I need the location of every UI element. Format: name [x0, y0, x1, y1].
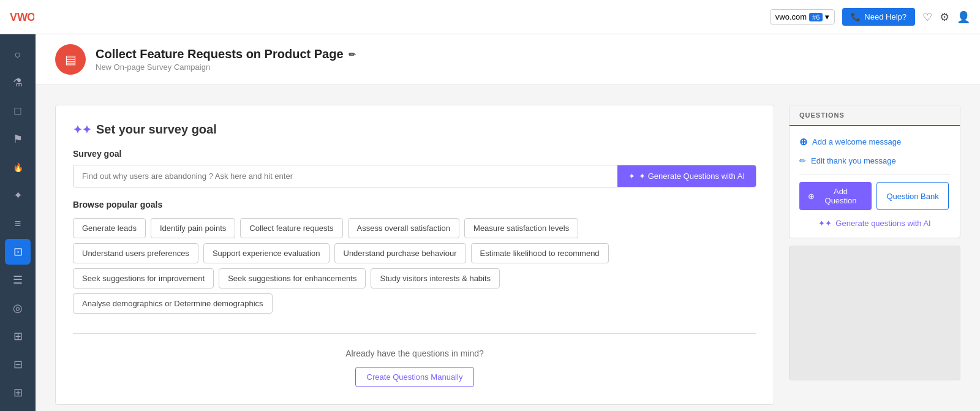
- sidebar-item-data[interactable]: ⊟: [5, 352, 31, 377]
- right-panel-gray-area: [789, 246, 960, 380]
- sparkle-panel-icon: ✦✦: [818, 219, 832, 228]
- goals-grid: Generate leads Identify pain points Coll…: [73, 218, 756, 314]
- sidebar-item-code[interactable]: ✦: [5, 183, 31, 208]
- svg-text:O: O: [27, 11, 34, 23]
- goal-tag-analyse-demographics[interactable]: Analyse demographics or Determine demogr…: [73, 293, 273, 314]
- flag-icon: ⚑: [13, 132, 23, 146]
- campaign-icon: ▤: [55, 44, 86, 75]
- goal-tag-likelihood-recommend[interactable]: Estimate likelihood to recommend: [471, 243, 609, 263]
- survey-goal-label: Survey goal: [73, 149, 756, 159]
- goal-tag-generate-leads[interactable]: Generate leads: [73, 218, 146, 238]
- goal-input-row: ✦ ✦ Generate Questions with AI: [73, 165, 756, 187]
- topbar: V W O vwo.com #6 ▾ 📞 Need Help? ♡ ⚙ 👤: [0, 0, 980, 34]
- topbar-right: vwo.com #6 ▾ 📞 Need Help? ♡ ⚙ 👤: [770, 8, 970, 26]
- goal-input[interactable]: [74, 165, 617, 187]
- plus-icon: ⊕: [808, 192, 815, 201]
- goal-tag-seek-improvement[interactable]: Seek suggestions for improvement: [73, 268, 214, 288]
- goal-tag-study-visitors[interactable]: Study visitors interests & habits: [371, 268, 500, 288]
- section-title: ✦✦ Set your survey goal: [73, 123, 756, 137]
- bottom-section-text: Already have the questions in mind?: [73, 349, 756, 358]
- goal-tag-user-preferences[interactable]: Understand users preferences: [73, 243, 198, 263]
- activity-icon[interactable]: ♡: [922, 10, 932, 24]
- sparkle-btn-icon: ✦: [628, 172, 635, 181]
- survey-setup: ✦✦ Set your survey goal Survey goal ✦ ✦ …: [55, 105, 774, 405]
- sidebar-item-analytics[interactable]: ○: [5, 42, 31, 67]
- sparkle-icon: ✦✦: [73, 123, 91, 137]
- questions-panel: QUESTIONS ⊕ Add a welcome message ✏ Edit…: [789, 105, 960, 238]
- campaigns-icon: ☰: [13, 273, 23, 287]
- sidebar-item-campaigns[interactable]: ☰: [5, 267, 31, 293]
- target-icon: ◎: [13, 301, 23, 315]
- main-content: ✦✦ Set your survey goal Survey goal ✦ ✦ …: [36, 85, 980, 411]
- plus-circle-icon: ⊕: [799, 136, 807, 148]
- vwo-logo: V W O: [10, 10, 34, 25]
- phone-icon: 📞: [851, 12, 861, 21]
- survey-goal-section: ✦✦ Set your survey goal Survey goal ✦ ✦ …: [55, 105, 774, 405]
- create-manually-button[interactable]: Create Questions Manually: [355, 367, 475, 387]
- generate-ai-button[interactable]: ✦ ✦ Generate Questions with AI: [617, 165, 756, 187]
- bottom-section: Already have the questions in mind? Crea…: [73, 333, 756, 387]
- sidebar-item-flag[interactable]: ⚑: [5, 126, 31, 152]
- settings-icon[interactable]: ⚙: [940, 10, 949, 24]
- edit-title-icon[interactable]: ✏: [349, 50, 356, 59]
- data-icon: ⊟: [13, 358, 23, 371]
- need-help-button[interactable]: 📞 Need Help?: [842, 8, 915, 26]
- goals-row-2: Understand users preferences Support exp…: [73, 243, 756, 263]
- sidebar-item-survey[interactable]: ⊡: [5, 239, 31, 265]
- fire-icon: 🔥: [13, 162, 23, 172]
- sidebar-item-testing[interactable]: □: [5, 98, 31, 124]
- page-header: ▤ Collect Feature Requests on Product Pa…: [36, 34, 980, 85]
- questions-panel-header: QUESTIONS: [790, 105, 960, 126]
- generate-questions-link[interactable]: ✦✦ Generate questions with AI: [799, 219, 950, 228]
- svg-text:W: W: [17, 11, 28, 23]
- goals-row-1: Generate leads Identify pain points Coll…: [73, 218, 756, 238]
- site-selector[interactable]: vwo.com #6 ▾: [770, 9, 835, 25]
- goal-tag-collect-feature[interactable]: Collect feature requests: [240, 218, 342, 238]
- goal-tag-assess-satisfaction[interactable]: Assess overall satisfaction: [348, 218, 459, 238]
- site-badge: #6: [809, 13, 823, 21]
- content-area: ▤ Collect Feature Requests on Product Pa…: [36, 34, 980, 411]
- reports-icon: ⊞: [13, 386, 23, 399]
- goal-tag-identify-pain[interactable]: Identify pain points: [151, 218, 235, 238]
- svg-text:V: V: [10, 11, 17, 23]
- edit-thankyou-link[interactable]: ✏ Edit thank you message: [799, 156, 950, 165]
- sidebar-item-fire[interactable]: 🔥: [5, 154, 31, 180]
- main-layout: ○ ⚗ □ ⚑ 🔥 ✦ ≡ ⊡ ☰ ◎ ⊞ ⊟: [0, 34, 980, 411]
- testing-icon: □: [15, 105, 21, 118]
- sidebar-item-reports[interactable]: ⊞: [5, 380, 31, 405]
- question-bank-button[interactable]: Question Bank: [876, 182, 949, 210]
- feedback-icon: ⊞: [13, 330, 23, 343]
- sidebar-item-target[interactable]: ◎: [5, 295, 31, 321]
- goals-row-4: Analyse demographics or Determine demogr…: [73, 293, 756, 314]
- labs-icon: ⚗: [13, 76, 23, 89]
- popular-goals-label: Browse popular goals: [73, 200, 756, 209]
- goal-tag-measure-satisfaction[interactable]: Measure satisfaction levels: [464, 218, 578, 238]
- topbar-left: V W O: [10, 10, 34, 25]
- goal-tag-purchase-behaviour[interactable]: Understand purchase behaviour: [334, 243, 466, 263]
- goals-row-3: Seek suggestions for improvement Seek su…: [73, 268, 756, 288]
- survey-icon: ⊡: [13, 245, 23, 258]
- sidebar-item-labs[interactable]: ⚗: [5, 70, 31, 96]
- btn-row: ⊕ Add Question Question Bank: [799, 182, 950, 210]
- survey-campaign-icon: ▤: [65, 52, 77, 67]
- generate-ai-label: ✦ Generate Questions with AI: [639, 172, 745, 181]
- user-icon[interactable]: 👤: [957, 10, 970, 24]
- list-icon: ≡: [15, 217, 21, 230]
- goal-tag-support-experience[interactable]: Support experience evaluation: [203, 243, 330, 263]
- pencil-icon: ✏: [799, 156, 806, 165]
- right-panel: QUESTIONS ⊕ Add a welcome message ✏ Edit…: [789, 105, 960, 405]
- goal-tag-seek-enhancements[interactable]: Seek suggestions for enhancements: [219, 268, 366, 288]
- page-subtitle: New On-page Survey Campaign: [96, 62, 356, 72]
- code-icon: ✦: [13, 189, 23, 202]
- site-name: vwo.com: [775, 12, 807, 21]
- add-welcome-link[interactable]: ⊕ Add a welcome message: [799, 136, 950, 148]
- page-header-text: Collect Feature Requests on Product Page…: [96, 47, 356, 72]
- add-question-button[interactable]: ⊕ Add Question: [799, 182, 872, 210]
- questions-panel-body: ⊕ Add a welcome message ✏ Edit thank you…: [790, 126, 960, 238]
- sidebar-item-feedback[interactable]: ⊞: [5, 323, 31, 349]
- analytics-icon: ○: [15, 48, 21, 61]
- chevron-down-icon: ▾: [825, 12, 829, 21]
- panel-divider: [799, 174, 950, 175]
- sidebar-item-list[interactable]: ≡: [5, 211, 31, 236]
- sidebar: ○ ⚗ □ ⚑ 🔥 ✦ ≡ ⊡ ☰ ◎ ⊞ ⊟: [0, 34, 36, 411]
